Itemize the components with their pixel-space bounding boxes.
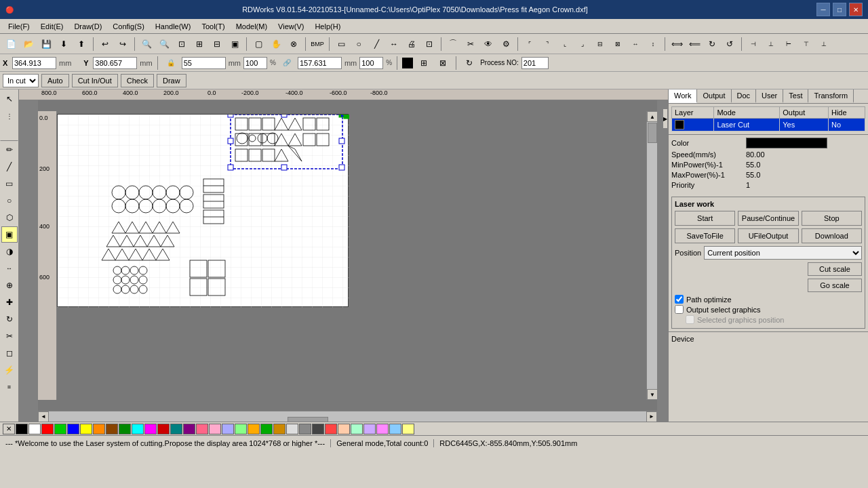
position-dropdown[interactable]: Current position [704,246,862,260]
cut-button[interactable]: ✂ [462,36,479,52]
y-input[interactable] [93,57,137,69]
zoom-100-button[interactable]: ⊞ [191,36,208,52]
menu-draw[interactable]: Draw(D) [68,21,107,32]
selected-graphics-checkbox[interactable] [686,315,694,324]
align-bl-button[interactable]: ⌞ [557,36,573,52]
color-swatch[interactable] [746,138,827,148]
height-pct-input[interactable] [359,57,383,69]
draw-button[interactable]: Draw [157,74,186,87]
canvas-area[interactable]: 800.0 600.0 400.0 200.0 0.0 -200.0 -400.… [19,89,668,422]
tab-output[interactable]: Output [697,89,731,103]
cut-scale-button[interactable]: Cut scale [808,262,862,276]
maximize-button[interactable]: □ [833,3,846,16]
menu-help[interactable]: Help(H) [309,21,346,32]
width-input[interactable] [182,57,226,69]
rect-button[interactable]: ▭ [333,36,349,52]
node-tool[interactable]: ⋮ [1,108,18,124]
grid-btn[interactable]: ⊞ [416,55,432,71]
scroll-down-button[interactable]: ▼ [647,389,657,400]
zoom-tool[interactable]: ⊕ [1,277,18,293]
scroll-thumb-h[interactable] [288,417,328,422]
align-center-button[interactable]: ⊥ [763,36,779,52]
color-swatch-9[interactable] [132,424,144,434]
tab-test[interactable]: Test [783,89,808,103]
color-swatch-5[interactable] [80,424,92,434]
color-swatch-13[interactable] [183,424,195,434]
color-swatch-18[interactable] [248,424,260,434]
save-button[interactable]: 💾 [38,36,54,52]
color-swatch-4[interactable] [67,424,79,434]
rot-ccw-button[interactable]: ↺ [722,36,738,52]
color-swatch-25[interactable] [338,424,350,434]
menu-handle[interactable]: Handle(W) [150,21,197,32]
x-input[interactable] [12,57,56,69]
flip-h-button[interactable]: ⟺ [669,36,685,52]
lock-btn[interactable]: 🔒 [163,55,179,71]
scroll-thumb-v[interactable] [648,123,657,143]
menu-tool[interactable]: Tool(T) [196,21,230,32]
color-btn[interactable] [402,58,413,68]
export-button[interactable]: ⬆ [73,36,90,52]
color-swatch-6[interactable] [93,424,105,434]
height-input[interactable] [298,57,342,69]
menu-file[interactable]: File(F) [3,21,35,32]
pencil-tool[interactable]: ✏ [1,142,18,158]
color-swatch-11[interactable] [157,424,170,434]
vertical-scrollbar[interactable]: ▲ ▼ [646,111,657,400]
color-swatch-8[interactable] [119,424,131,434]
align-bottom-button[interactable]: ⊥ [816,36,832,52]
scroll-up-button[interactable]: ▲ [647,111,657,122]
color-swatch-16[interactable] [222,424,234,434]
process-input[interactable] [521,57,549,69]
line-button[interactable]: ╱ [368,36,384,52]
layer-row[interactable]: Laser Cut Yes No [672,119,865,131]
pause-continue-button[interactable]: Pause/Continue [738,211,798,226]
download-button[interactable]: Download [802,228,862,243]
menu-view[interactable]: View(V) [273,21,309,32]
cut-tool[interactable]: ✂ [1,328,18,344]
color-swatch-30[interactable] [402,424,414,434]
cut-in-out-button[interactable]: Cut In/Out [72,74,118,87]
dist-h-button[interactable]: ↔ [627,36,644,52]
laser-tool[interactable]: ⚡ [1,362,18,378]
gradient-tool[interactable]: ◑ [1,243,18,260]
align-br-button[interactable]: ⌟ [574,36,591,52]
fill-tool[interactable]: ▣ [1,226,18,243]
pointer-tool[interactable]: ↖ [1,91,18,107]
scroll-left-button[interactable]: ◄ [38,411,49,422]
node-button[interactable]: ⊗ [285,36,302,52]
zoom-sel-button[interactable]: ⊟ [209,36,225,52]
color-swatch-24[interactable] [325,424,337,434]
tab-user[interactable]: User [756,89,783,103]
redo-button[interactable]: ↪ [115,36,131,52]
color-swatch-17[interactable] [235,424,247,434]
transform-tool[interactable]: ↻ [1,311,18,327]
center-v-button[interactable]: ⊠ [610,36,626,52]
curve-button[interactable]: ⌒ [445,36,461,52]
menu-edit[interactable]: Edit(E) [35,21,69,32]
horizontal-scrollbar[interactable]: ◄ ► [38,411,657,422]
color-swatch-1[interactable] [28,424,41,434]
color-swatch-21[interactable] [286,424,298,434]
text-tool[interactable] [0,125,18,141]
bmp-button[interactable]: BMP [309,36,326,52]
zoom-page-button[interactable]: ▣ [226,36,243,52]
panel-collapse-button[interactable]: ▶ [663,108,668,129]
close-button[interactable]: ✕ [849,3,863,16]
flip-v-button[interactable]: ⟸ [686,36,703,52]
color-swatch-29[interactable] [389,424,401,434]
new-button[interactable]: 📄 [3,36,19,52]
polygon-tool[interactable]: ⬡ [1,209,18,226]
center-h-button[interactable]: ⊟ [592,36,608,52]
canvas-content[interactable]: 0.0 200 400 600 [38,100,657,411]
drawing-canvas[interactable] [57,114,349,307]
settings-button[interactable]: ⚙ [498,36,514,52]
color-swatch-10[interactable] [144,424,157,434]
align-top-button[interactable]: ⊤ [798,36,814,52]
start-button[interactable]: Start [675,211,735,226]
tab-work[interactable]: Work [669,89,697,103]
rect-tool[interactable]: ▭ [1,176,18,192]
ellipse-tool[interactable]: ○ [1,192,18,209]
go-scale-button[interactable]: Go scale [808,279,862,292]
tab-transform[interactable]: Transform [808,89,854,103]
